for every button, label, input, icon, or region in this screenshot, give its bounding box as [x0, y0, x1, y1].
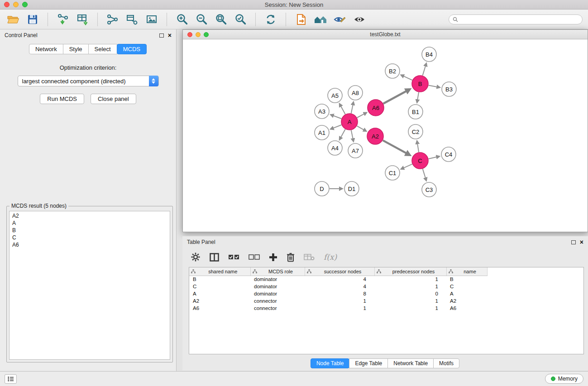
table-cell[interactable]: 1	[374, 297, 446, 305]
table-cell[interactable]: A2	[446, 297, 487, 305]
tab-node-table[interactable]: Node Table	[311, 358, 350, 368]
import-network-button[interactable]	[55, 12, 71, 27]
run-mcds-button[interactable]: Run MCDS	[40, 94, 84, 104]
table-cell[interactable]: A6	[189, 305, 250, 312]
table-cell[interactable]: A6	[446, 305, 487, 312]
close-panel-icon[interactable]: ×	[168, 33, 172, 38]
zoom-selected-button[interactable]	[233, 12, 248, 27]
network-edge-A-A7[interactable]	[351, 130, 354, 141]
network-close-button[interactable]	[187, 32, 192, 37]
network-edge-B-B3[interactable]	[429, 86, 440, 87]
network-graph-canvas[interactable]: B4B2BB3A5A8A6B1A3AC2A1A2A4A7C4CC1C3DD1	[183, 39, 588, 232]
network-edge-C-C2[interactable]	[417, 142, 419, 152]
table-cell[interactable]: connector	[250, 297, 305, 305]
home-view-button[interactable]	[313, 12, 328, 27]
tab-style[interactable]: Style	[63, 44, 89, 54]
function-builder-button[interactable]: f(x)	[324, 253, 337, 262]
eye-preview-button[interactable]	[352, 12, 367, 27]
tab-network-table[interactable]: Network Table	[387, 358, 434, 368]
network-node-A[interactable]: A	[341, 114, 358, 130]
network-node-B2[interactable]: B2	[385, 64, 400, 78]
network-node-C2[interactable]: C2	[408, 124, 423, 139]
network-window-titlebar[interactable]: testGlobe.txt	[183, 30, 588, 39]
show-hide-graphics-button[interactable]	[332, 12, 348, 27]
network-edge-A2-C[interactable]	[383, 140, 410, 155]
zoom-out-button[interactable]	[194, 12, 209, 27]
refresh-button[interactable]	[263, 12, 278, 27]
network-minimize-button[interactable]	[196, 32, 201, 37]
network-edge-A-A4[interactable]	[340, 129, 345, 139]
table-cell[interactable]: C	[189, 283, 250, 290]
network-node-D1[interactable]: D1	[344, 181, 359, 196]
import-table-button[interactable]	[75, 12, 90, 27]
criterion-dropdown[interactable]: largest connected component (directed)	[18, 76, 159, 86]
table-cell[interactable]: 4	[305, 276, 374, 283]
zoom-in-button[interactable]	[174, 12, 190, 27]
zoom-window-button[interactable]	[22, 2, 28, 7]
table-cell[interactable]: A2	[189, 297, 250, 305]
network-edge-A6-B[interactable]	[383, 90, 410, 104]
network-node-C3[interactable]: C3	[422, 182, 436, 197]
mcds-result-item[interactable]: A6	[10, 241, 170, 248]
new-network-button[interactable]	[105, 12, 120, 27]
network-node-B1[interactable]: B1	[408, 105, 423, 119]
deselect-all-button[interactable]	[249, 254, 260, 260]
table-cell[interactable]: B	[446, 276, 487, 283]
network-node-A1[interactable]: A1	[315, 125, 329, 140]
column-header-shared-name[interactable]: shared name	[189, 267, 250, 276]
network-zoom-button[interactable]	[204, 32, 209, 37]
network-node-A8[interactable]: A8	[348, 86, 363, 100]
column-header-name[interactable]: name	[446, 267, 487, 276]
table-cell[interactable]: dominator	[250, 290, 305, 297]
add-row-button[interactable]	[269, 253, 277, 262]
table-cell[interactable]: 4	[305, 283, 374, 290]
table-cell[interactable]: 1	[305, 297, 374, 305]
network-node-C1[interactable]: C1	[385, 166, 400, 180]
zoom-fit-button[interactable]	[213, 12, 229, 27]
memory-button[interactable]: Memory	[545, 374, 583, 384]
tab-select[interactable]: Select	[88, 44, 117, 54]
network-node-C[interactable]: C	[412, 152, 428, 169]
network-edge-C-C4[interactable]	[429, 157, 439, 159]
search-input[interactable]	[460, 16, 578, 23]
table-cell[interactable]: B	[189, 276, 250, 283]
network-node-A6[interactable]: A6	[368, 100, 384, 116]
table-row[interactable]: Bdominator41B	[189, 276, 583, 283]
save-session-button[interactable]	[25, 12, 40, 27]
network-edge-B-B4[interactable]	[423, 64, 426, 76]
search-field[interactable]	[449, 14, 583, 24]
network-edge-C-C1[interactable]	[402, 164, 412, 169]
mcds-result-item[interactable]: C	[10, 234, 170, 241]
network-edge-B-B2[interactable]	[402, 75, 412, 80]
table-cell[interactable]: dominator	[250, 276, 305, 283]
session-document-button[interactable]	[293, 12, 309, 27]
cytopanel-toggle-button[interactable]	[5, 374, 17, 384]
select-all-button[interactable]	[228, 254, 239, 260]
table-row[interactable]: Adominator80A	[189, 290, 583, 297]
table-cell[interactable]: C	[446, 283, 487, 290]
table-row[interactable]: A2connector11A2	[189, 297, 583, 305]
network-node-B[interactable]: B	[412, 76, 428, 92]
table-cell[interactable]: 1	[305, 305, 374, 312]
table-cell[interactable]: 1	[374, 276, 446, 283]
network-edge-B-B1[interactable]	[417, 92, 419, 102]
close-panel-button[interactable]: Close panel	[91, 94, 136, 104]
network-edge-A-A8[interactable]	[351, 103, 354, 114]
network-edge-A-A1[interactable]	[331, 125, 342, 129]
network-node-A3[interactable]: A3	[315, 104, 329, 119]
tab-mcds[interactable]: MCDS	[117, 44, 147, 54]
table-cell[interactable]: 1	[374, 305, 446, 312]
tab-motifs[interactable]: Motifs	[433, 358, 459, 368]
open-session-button[interactable]	[5, 12, 21, 27]
table-cell[interactable]: 0	[374, 290, 446, 297]
column-header-mcds-role[interactable]: MCDS role	[250, 267, 305, 276]
network-node-D[interactable]: D	[315, 181, 329, 196]
mcds-result-list[interactable]: A2ABCA6	[9, 211, 170, 360]
network-edge-A-A5[interactable]	[340, 104, 345, 114]
table-settings-button[interactable]	[191, 252, 201, 262]
network-node-A7[interactable]: A7	[348, 143, 363, 158]
network-node-A5[interactable]: A5	[328, 88, 342, 103]
network-node-B4[interactable]: B4	[422, 47, 436, 62]
network-edge-A-A2[interactable]	[357, 126, 366, 131]
clear-table-button[interactable]	[304, 253, 315, 261]
